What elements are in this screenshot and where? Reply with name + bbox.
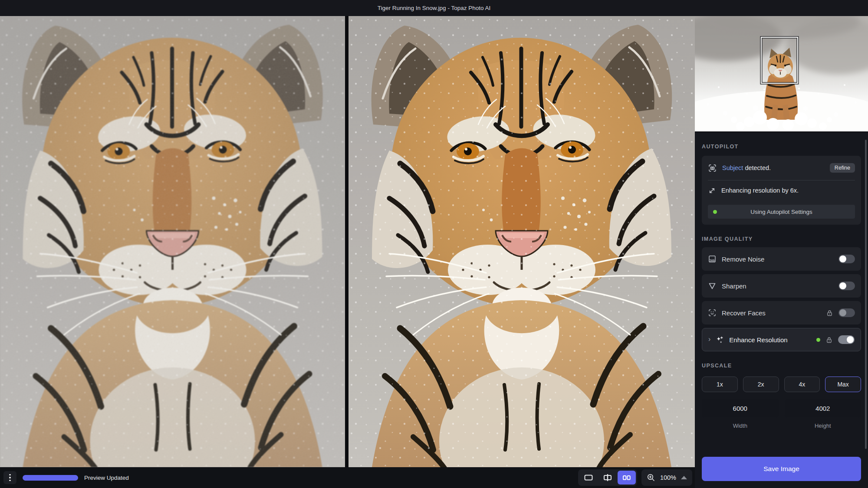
- autopilot-card: Subject detected. Refine Enhancing resol…: [702, 156, 861, 225]
- lock-icon: [826, 309, 833, 317]
- remove-noise-toggle[interactable]: [838, 255, 855, 263]
- view-mode-group: [578, 469, 637, 486]
- tiger-face-original-image: [0, 16, 345, 467]
- autopilot-settings-label: Using Autopilot Settings: [750, 209, 812, 215]
- enhanced-image-panel[interactable]: [349, 16, 695, 467]
- single-view-button[interactable]: [579, 471, 598, 485]
- recover-faces-toggle[interactable]: [838, 308, 855, 317]
- dimension-fields: 6000 4002: [702, 399, 861, 417]
- split-view-icon: [603, 473, 612, 482]
- side-by-side-view-button[interactable]: [618, 471, 636, 485]
- noise-icon: [708, 255, 717, 263]
- recover-faces-row[interactable]: Recover Faces: [702, 301, 861, 324]
- subject-detected-text: Subject detected.: [722, 164, 830, 171]
- sharpen-row[interactable]: Sharpen: [702, 274, 861, 298]
- height-input[interactable]: 4002: [785, 399, 861, 417]
- enhance-resolution-label: Enhance Resolution: [729, 336, 816, 344]
- remove-noise-label: Remove Noise: [722, 255, 838, 263]
- upscale-options: 1x 2x 4x Max: [702, 377, 861, 392]
- dimension-labels: Width Height: [702, 422, 861, 429]
- subject-detected-row: Subject detected. Refine: [702, 156, 861, 180]
- chevron-right-icon[interactable]: ›: [708, 335, 710, 343]
- zoom-expand-icon[interactable]: [681, 476, 687, 479]
- navigator-thumbnail[interactable]: [695, 16, 868, 132]
- recover-faces-label: Recover Faces: [722, 309, 826, 317]
- remove-noise-row[interactable]: Remove Noise: [702, 247, 861, 271]
- split-view-button[interactable]: [598, 471, 617, 485]
- topaz-photo-ai-window: Tiger Running In Snow.jpg - Topaz Photo …: [0, 0, 868, 488]
- original-image-panel[interactable]: [0, 16, 345, 467]
- kebab-icon: [9, 474, 11, 476]
- width-input[interactable]: 6000: [702, 399, 779, 417]
- width-label: Width: [702, 422, 779, 429]
- upscale-2x-button[interactable]: 2x: [743, 377, 779, 392]
- resize-diagonal-icon: [708, 187, 716, 195]
- window-title: Tiger Running In Snow.jpg - Topaz Photo …: [378, 5, 490, 11]
- zoom-control-group: 100%: [641, 469, 692, 486]
- panel-body: AUTOPILOT Subject detected.: [695, 132, 868, 488]
- tiger-face-enhanced-image: [349, 16, 695, 467]
- autopilot-header: AUTOPILOT: [702, 144, 861, 150]
- preview-status-text: Preview Updated: [84, 475, 129, 481]
- save-image-button[interactable]: Save Image: [702, 457, 861, 481]
- enhancing-resolution-text: Enhancing resolution by 6x.: [721, 187, 855, 194]
- height-label: Height: [785, 422, 861, 429]
- faces-icon: [708, 308, 717, 317]
- preview-canvas[interactable]: [0, 16, 695, 467]
- autopilot-active-dot: [816, 338, 820, 342]
- lock-icon: [825, 336, 833, 344]
- enhance-resolution-row[interactable]: › Enhance Resolution: [702, 328, 861, 351]
- right-panel: AUTOPILOT Subject detected.: [695, 16, 868, 488]
- zoom-level-value[interactable]: 100%: [660, 474, 676, 481]
- sharpen-icon: [708, 282, 717, 290]
- autopilot-settings-button[interactable]: Using Autopilot Settings: [708, 205, 855, 219]
- single-view-icon: [584, 473, 593, 482]
- side-by-side-view-icon: [622, 473, 631, 482]
- navigator-image: [695, 16, 868, 131]
- refine-button[interactable]: Refine: [830, 163, 855, 173]
- enhancing-resolution-row: Enhancing resolution by 6x.: [702, 180, 861, 200]
- subject-detect-icon: [708, 164, 717, 173]
- more-options-button[interactable]: [3, 471, 16, 484]
- upscale-4x-button[interactable]: 4x: [784, 377, 820, 392]
- sparkles-icon: [715, 335, 724, 344]
- enhance-resolution-toggle[interactable]: [838, 335, 855, 344]
- panel-scrollbar[interactable]: [865, 140, 867, 449]
- preview-progress-bar: [23, 475, 78, 481]
- zoom-in-icon[interactable]: [647, 473, 655, 482]
- upscale-header: UPSCALE: [702, 363, 861, 369]
- autopilot-active-dot: [713, 210, 717, 214]
- window-titlebar: Tiger Running In Snow.jpg - Topaz Photo …: [0, 0, 868, 16]
- status-bar: Preview Updated: [0, 467, 695, 488]
- sharpen-toggle[interactable]: [838, 282, 855, 290]
- subject-link[interactable]: Subject: [722, 164, 743, 171]
- image-quality-header: IMAGE QUALITY: [702, 236, 861, 242]
- upscale-1x-button[interactable]: 1x: [702, 377, 738, 392]
- sharpen-label: Sharpen: [722, 282, 838, 290]
- upscale-max-button[interactable]: Max: [825, 377, 861, 392]
